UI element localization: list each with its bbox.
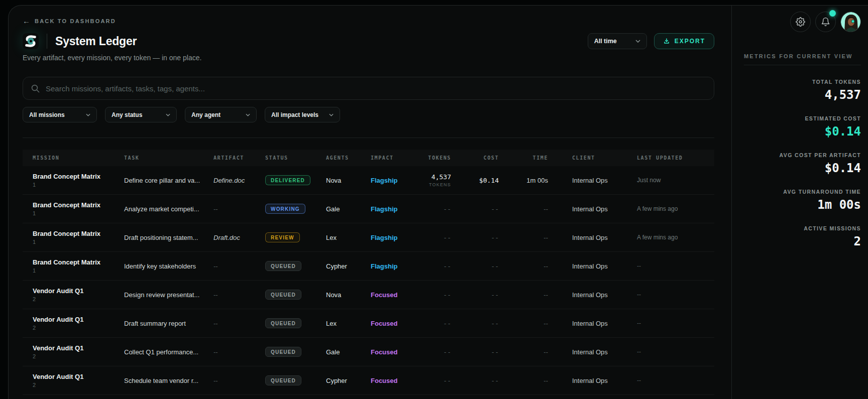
search-input[interactable] — [46, 84, 706, 93]
table-row[interactable]: Brand Concept Matrix 1 Identify key stak… — [23, 252, 714, 281]
mission-id: 2 — [33, 296, 124, 302]
mission-cell: Vendor Audit Q1 2 — [33, 316, 124, 331]
title-group: System Ledger — [23, 33, 137, 49]
tokens-value: -- — [416, 291, 451, 299]
impact-label: Flagship — [371, 234, 416, 241]
filter-status[interactable]: Any status — [105, 107, 177, 122]
tokens-value: -- — [416, 377, 451, 384]
col-agents: AGENTS — [326, 155, 371, 161]
tokens-value: -- — [416, 320, 451, 327]
metric-total-tokens: TOTAL TOKENS 4,537 — [744, 79, 861, 102]
time-cell: -- — [499, 205, 548, 213]
table-row[interactable]: Brand Concept Matrix 1 Draft positioning… — [23, 223, 714, 252]
tokens-cell: -- — [416, 205, 451, 213]
time-cell: 1m 00s — [499, 177, 548, 184]
col-artifact: ARTIFACT — [213, 155, 265, 161]
app-logo-icon — [23, 33, 39, 49]
impact-label: Flagship — [371, 262, 416, 270]
table-row[interactable]: Brand Concept Matrix 1 Analyze market co… — [23, 195, 714, 223]
chevron-down-icon — [635, 40, 640, 43]
metrics-section-label: METRICS FOR CURRENT VIEW — [744, 53, 861, 65]
time-cell: -- — [499, 234, 548, 241]
tokens-value: -- — [416, 205, 451, 213]
client-cell: Internal Ops — [548, 291, 637, 299]
mission-cell: Vendor Audit Q1 2 — [33, 287, 124, 302]
impact-label: Focused — [371, 377, 416, 384]
export-label: EXPORT — [675, 38, 705, 45]
artifact-cell: -- — [213, 291, 265, 299]
last-updated-cell: A few mins ago — [637, 205, 704, 212]
table-row[interactable]: Vendor Audit Q1 2 Design review presenta… — [23, 281, 714, 309]
mission-id: 1 — [33, 210, 124, 216]
user-avatar[interactable] — [840, 12, 861, 32]
mission-id: 1 — [33, 268, 124, 274]
tokens-value: -- — [416, 348, 451, 356]
client-cell: Internal Ops — [548, 348, 637, 356]
time-cell: -- — [499, 377, 548, 384]
filter-agent[interactable]: Any agent — [185, 107, 257, 122]
metric-estimated-cost: ESTIMATED COST $0.14 — [744, 115, 861, 139]
metric-value: 4,537 — [744, 88, 861, 102]
metric-value: 2 — [744, 234, 861, 248]
status-badge: REVIEW — [265, 232, 300, 242]
last-updated-cell: -- — [637, 377, 704, 384]
status-badge: WORKING — [265, 204, 305, 214]
export-button[interactable]: EXPORT — [654, 33, 714, 49]
table-row[interactable]: Vendor Audit Q1 2 Draft summary report -… — [23, 309, 714, 338]
status-badge: QUEUED — [265, 375, 301, 385]
back-to-dashboard-link[interactable]: ← BACK TO DASHBOARD — [23, 17, 116, 25]
task-cell: Define core pillar and va... — [124, 177, 213, 184]
last-updated-cell: -- — [637, 262, 704, 270]
table-row[interactable]: Brand Concept Matrix 1 Define core pilla… — [23, 166, 714, 195]
status-cell: DELIVERED — [265, 175, 326, 185]
agent-cell: Cypher — [326, 262, 371, 270]
client-cell: Internal Ops — [548, 320, 637, 327]
cost-cell: -- — [451, 262, 499, 270]
impact-label: Focused — [371, 291, 416, 299]
top-icon-row — [744, 12, 861, 32]
table-row[interactable]: Vendor Audit Q1 2 Schedule team vendor r… — [23, 366, 714, 395]
col-impact: IMPACT — [371, 155, 416, 161]
tokens-cell: -- — [416, 377, 451, 384]
agent-cell: Cypher — [326, 377, 371, 384]
task-cell: Collect Q1 performance... — [124, 348, 213, 356]
tokens-value: -- — [416, 262, 451, 270]
status-badge: QUEUED — [265, 290, 301, 300]
filter-impact[interactable]: All impact levels — [265, 107, 340, 122]
cost-cell: -- — [451, 320, 499, 327]
tokens-cell: -- — [416, 320, 451, 327]
settings-button[interactable] — [790, 12, 811, 32]
mission-cell: Brand Concept Matrix 1 — [33, 201, 124, 216]
client-cell: Internal Ops — [548, 205, 637, 213]
status-badge: QUEUED — [265, 318, 301, 328]
time-range-value: All time — [594, 38, 617, 45]
table-row[interactable]: Vendor Audit Q1 2 Collect Q1 performance… — [23, 338, 714, 366]
mission-cell: Vendor Audit Q1 2 — [33, 373, 124, 388]
cost-cell: -- — [451, 234, 499, 241]
tokens-unit: TOKENS — [416, 182, 451, 187]
tokens-cell: -- — [416, 291, 451, 299]
col-mission: MISSION — [33, 155, 124, 161]
client-cell: Internal Ops — [548, 177, 637, 184]
status-cell: WORKING — [265, 204, 326, 214]
mission-name: Brand Concept Matrix — [33, 258, 124, 266]
time-range-select[interactable]: All time — [588, 33, 647, 49]
mission-cell: Brand Concept Matrix 1 — [33, 230, 124, 245]
main-area: ← BACK TO DASHBOARD System Ledger All ti… — [9, 6, 731, 399]
bell-icon — [821, 17, 830, 27]
mission-name: Vendor Audit Q1 — [33, 316, 124, 323]
ledger-table: MISSION TASK ARTIFACT STATUS AGENTS IMPA… — [23, 150, 714, 395]
mission-name: Brand Concept Matrix — [33, 230, 124, 237]
mission-cell: Brand Concept Matrix 1 — [33, 173, 124, 188]
artifact-cell: -- — [213, 377, 265, 384]
filter-missions[interactable]: All missions — [23, 107, 97, 122]
notifications-button[interactable] — [815, 12, 836, 32]
col-status: STATUS — [265, 155, 326, 161]
metric-value: $0.14 — [744, 161, 861, 175]
impact-label: Focused — [371, 348, 416, 356]
content-divider — [23, 138, 714, 138]
mission-id: 2 — [33, 382, 124, 388]
mission-name: Vendor Audit Q1 — [33, 373, 124, 380]
tokens-cell: 4,537 TOKENS — [416, 173, 451, 187]
tokens-value: -- — [416, 234, 451, 241]
